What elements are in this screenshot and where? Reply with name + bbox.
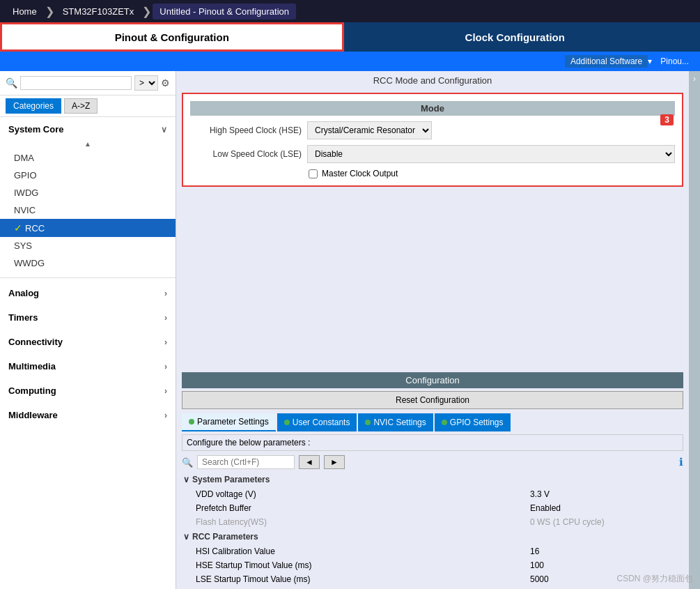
param-prefetch-value: Enabled [530, 503, 669, 513]
section-multimedia: Multimedia › [0, 354, 176, 378]
master-clock-row: Master Clock Output [190, 169, 675, 178]
sidebar-item-rcc-label: RCC [25, 223, 45, 234]
divider-1 [0, 277, 176, 278]
param-vdd-name: VDD voltage (V) [196, 489, 530, 499]
section-computing: Computing › [0, 378, 176, 403]
top-tabs: Pinout & Configuration Clock Configurati… [0, 22, 700, 52]
section-computing-arrow: › [164, 386, 167, 396]
hse-select[interactable]: Crystal/Ceramic Resonator Disable Bypass… [307, 121, 432, 139]
tab-pinout[interactable]: Pinout & Configuration [0, 22, 344, 52]
nav-next-button[interactable]: ► [324, 455, 345, 469]
config-section: Configuration Reset Configuration Parame… [182, 372, 683, 586]
badge-3: 3 [660, 114, 674, 125]
breadcrumb-device[interactable]: STM32F103ZETx [56, 3, 141, 20]
section-connectivity-label: Connectivity [8, 337, 63, 347]
section-analog-arrow: › [164, 289, 167, 298]
lse-select[interactable]: Disable Crystal/Ceramic Resonator Bypass… [307, 145, 675, 163]
param-vdd-value: 3.3 V [530, 489, 669, 499]
search-select[interactable]: > [134, 75, 158, 91]
breadcrumb-current[interactable]: Untitled - Pinout & Configuration [153, 3, 296, 20]
sidebar: 🔍 > ⚙ Categories A->Z System Core ∨ ▲ DM… [0, 71, 176, 589]
section-system-core-label: System Core [8, 124, 63, 135]
sidebar-tab-row: Categories A->Z [0, 95, 176, 117]
tab-user-constants[interactable]: User Constants [277, 413, 357, 431]
tab-gpio-settings[interactable]: GPIO Settings [435, 413, 511, 431]
reset-configuration-button[interactable]: Reset Configuration [182, 391, 683, 409]
gear-icon[interactable]: ⚙ [161, 77, 170, 89]
user-constants-label: User Constants [293, 418, 350, 427]
section-timers-header[interactable]: Timers › [0, 308, 176, 327]
section-analog-header[interactable]: Analog › [0, 284, 176, 303]
watermark: CSDN @努力稳面包 [616, 573, 693, 585]
tab-nvic-settings[interactable]: NVIC Settings [358, 413, 433, 431]
section-timers-arrow: › [164, 313, 167, 323]
right-handle-arrow: › [693, 74, 696, 84]
param-hsi-name: HSI Calibration Value [196, 546, 530, 556]
hse-row: High Speed Clock (HSE) Crystal/Ceramic R… [190, 121, 675, 139]
section-multimedia-label: Multimedia [8, 361, 56, 372]
section-system-core-header[interactable]: System Core ∨ [0, 120, 176, 139]
section-connectivity: Connectivity › [0, 330, 176, 354]
sidebar-item-nvic[interactable]: NVIC [0, 201, 176, 219]
hse-select-wrapper: Crystal/Ceramic Resonator Disable Bypass… [307, 121, 675, 139]
section-multimedia-arrow: › [164, 362, 167, 372]
section-connectivity-header[interactable]: Connectivity › [0, 332, 176, 351]
section-system-core: System Core ∨ ▲ DMA GPIO IWDG NVIC ✓ RCC… [0, 117, 176, 275]
system-params-label: System Parameters [192, 475, 270, 484]
sidebar-item-iwdg[interactable]: IWDG [0, 184, 176, 201]
user-constants-dot [284, 420, 290, 425]
sub-header: Additional Software ▾ Pinou... [0, 52, 700, 71]
param-prefetch: Prefetch Buffer Enabled [182, 501, 683, 515]
section-computing-header[interactable]: Computing › [0, 381, 176, 400]
section-computing-label: Computing [8, 385, 56, 396]
rcc-title: RCC Mode and Configuration [176, 71, 689, 90]
sidebar-item-rcc[interactable]: ✓ RCC [0, 219, 176, 237]
pinout-link[interactable]: Pinou... [655, 55, 694, 68]
lse-row: Low Speed Clock (LSE) Disable Crystal/Ce… [190, 145, 675, 163]
config-desc: Configure the below parameters : [182, 434, 683, 451]
sidebar-item-sys[interactable]: SYS [0, 237, 176, 254]
section-middleware-header[interactable]: Middleware › [0, 406, 176, 424]
sub-header-chevron-icon: ▾ [648, 56, 652, 66]
param-prefetch-name: Prefetch Buffer [196, 503, 530, 513]
additional-software-link[interactable]: Additional Software [565, 55, 648, 68]
nav-prev-button[interactable]: ◄ [299, 455, 320, 469]
param-lse-startup-name: LSE Startup Timout Value (ms) [196, 574, 530, 584]
section-connectivity-arrow: › [164, 337, 167, 347]
sidebar-item-wwdg[interactable]: WWDG [0, 254, 176, 272]
sidebar-item-dma[interactable]: DMA [0, 149, 176, 167]
rcc-params-header[interactable]: ∨ RCC Parameters [182, 529, 683, 544]
info-icon: ℹ [679, 456, 683, 468]
sidebar-search-bar: 🔍 > ⚙ [0, 71, 176, 95]
param-search-input[interactable] [197, 455, 295, 469]
sidebar-item-gpio[interactable]: GPIO [0, 167, 176, 184]
search-small-icon: 🔍 [182, 457, 193, 468]
tab-az[interactable]: A->Z [64, 98, 98, 114]
tab-categories[interactable]: Categories [6, 98, 61, 114]
nvic-settings-label: NVIC Settings [373, 418, 426, 427]
parameter-settings-label: Parameter Settings [197, 417, 269, 427]
param-flash: Flash Latency(WS) 0 WS (1 CPU cycle) [182, 515, 683, 529]
mode-header: Mode [190, 101, 675, 116]
section-system-core-arrow: ∨ [161, 125, 167, 135]
breadcrumb-home[interactable]: Home [6, 3, 44, 20]
param-hse-startup: HSE Startup Timout Value (ms) 100 [182, 558, 683, 572]
search-input[interactable] [20, 76, 132, 90]
system-params-header[interactable]: ∨ System Parameters [182, 472, 683, 487]
rcc-params-label: RCC Parameters [192, 532, 258, 542]
section-analog: Analog › [0, 281, 176, 305]
tab-clock[interactable]: Clock Configuration [344, 22, 687, 52]
section-timers: Timers › [0, 305, 176, 330]
section-multimedia-header[interactable]: Multimedia › [0, 357, 176, 376]
config-header: Configuration [182, 372, 683, 388]
scroll-up-arrow[interactable]: ▲ [0, 139, 176, 149]
right-scroll-handle[interactable]: › [689, 71, 700, 589]
tab-extra [686, 22, 700, 52]
search-row: 🔍 ◄ ► ℹ [182, 455, 683, 469]
section-analog-label: Analog [8, 288, 39, 298]
system-params-collapse-icon: ∨ [183, 475, 189, 484]
spacer [176, 190, 689, 369]
tab-parameter-settings[interactable]: Parameter Settings [182, 413, 276, 431]
main-layout: 🔍 > ⚙ Categories A->Z System Core ∨ ▲ DM… [0, 71, 700, 589]
master-clock-checkbox[interactable] [309, 169, 318, 178]
